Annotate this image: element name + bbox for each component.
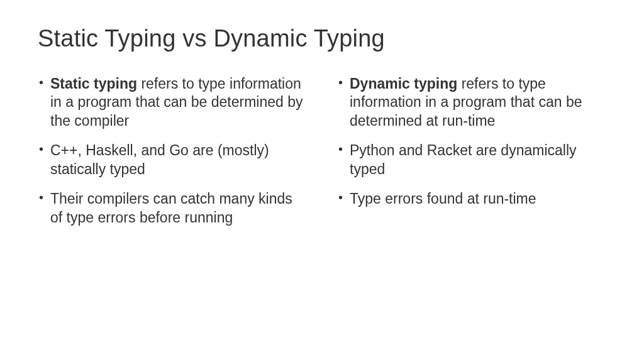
bullet-text: Their compilers can catch many kinds of … [50,190,292,225]
slide-title: Static Typing vs Dynamic Typing [38,25,606,52]
content-columns: Static typing refers to type information… [38,75,606,238]
list-item: Type errors found at run-time [337,190,606,208]
bullet-text: Type errors found at run-time [350,190,536,207]
right-column: Dynamic typing refers to type informatio… [337,75,606,238]
list-item: C++, Haskell, and Go are (mostly) static… [38,141,307,178]
right-bullet-list: Dynamic typing refers to type informatio… [337,75,606,209]
list-item: Their compilers can catch many kinds of … [38,190,307,227]
list-item: Static typing refers to type information… [38,75,307,130]
left-column: Static typing refers to type information… [38,75,307,238]
bullet-text: Python and Racket are dynamically typed [350,142,577,177]
left-bullet-list: Static typing refers to type information… [38,75,307,227]
bullet-bold: Dynamic typing [350,75,457,92]
list-item: Python and Racket are dynamically typed [337,141,606,178]
bullet-text: C++, Haskell, and Go are (mostly) static… [50,142,269,177]
list-item: Dynamic typing refers to type informatio… [337,75,606,130]
bullet-bold: Static typing [50,75,137,92]
